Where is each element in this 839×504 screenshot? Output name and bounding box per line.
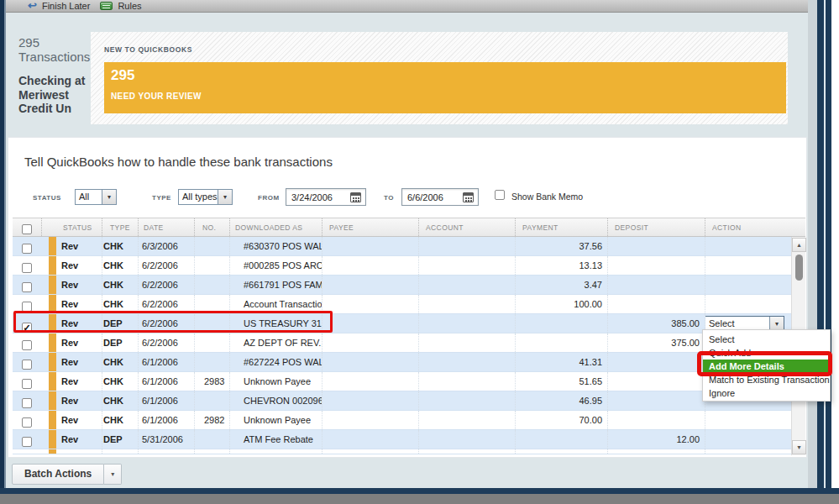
row-checkbox[interactable] (22, 263, 32, 273)
payment-cell: 3.47 (515, 276, 607, 294)
batch-actions-arrow-button[interactable]: ▾ (104, 464, 122, 485)
transactions-table: STATUS TYPE DATE NO. DOWNLOADED AS PAYEE… (13, 218, 805, 454)
account-cell[interactable] (418, 430, 515, 449)
scroll-down-icon[interactable]: ▼ (792, 440, 806, 454)
payee-cell[interactable] (322, 372, 418, 391)
table-row[interactable]: RevDEP5/31/2006ATM Fee Rebate12.00 (13, 430, 791, 449)
deposit-cell (607, 353, 705, 371)
row-checkbox[interactable] (22, 282, 32, 292)
payment-cell: 51.65 (515, 372, 607, 391)
select-all-checkbox[interactable] (22, 224, 32, 234)
downloaded-as-cell: #661791 POS FAMI... (229, 276, 322, 294)
no-cell (194, 295, 229, 313)
payee-cell[interactable] (322, 314, 418, 333)
menu-item[interactable]: Select (703, 333, 830, 346)
need-review-label: NEED YOUR REVIEW (111, 92, 202, 101)
account-cell[interactable] (418, 391, 515, 410)
payee-cell[interactable] (322, 256, 418, 275)
finish-later-button[interactable]: ↩ Finish Later (23, 0, 95, 13)
type-cell: DEP (102, 430, 138, 449)
row-checkbox[interactable] (22, 340, 32, 350)
show-bank-memo-checkbox[interactable] (495, 190, 505, 200)
account-cell[interactable] (418, 295, 515, 313)
to-date-field[interactable]: 6/6/2006 (401, 188, 479, 206)
account-cell[interactable] (418, 411, 515, 429)
table-row[interactable]: RevCHK6/1/2006#627224 POS WAL...41.31 (13, 353, 791, 372)
account-cell[interactable] (418, 333, 515, 352)
rules-button[interactable]: Rules (95, 0, 146, 13)
downloaded-as-cell: CHEVRON 002096... (229, 391, 322, 410)
table-row[interactable]: RevCHK6/2/2006#000285 POS ARC...13.13 (13, 256, 791, 276)
account-cell[interactable] (418, 353, 515, 371)
type-filter-select[interactable]: All types ▾ (178, 189, 233, 205)
col-account[interactable]: ACCOUNT (418, 218, 515, 236)
downloaded-as-cell: ATM Fee Rebate (229, 430, 322, 449)
need-review-card[interactable]: 295 NEED YOUR REVIEW (104, 62, 786, 113)
account-cell[interactable] (418, 237, 515, 255)
menu-item[interactable]: Quick Add (703, 346, 830, 360)
no-cell (194, 256, 229, 275)
row-checkbox[interactable] (22, 360, 32, 370)
menu-item[interactable]: Match to Existing Transaction (703, 373, 830, 386)
table-row[interactable]: RevCHK6/3/2006#630370 POS WAL...37.56 (13, 237, 791, 256)
batch-actions-button[interactable]: Batch Actions (12, 464, 104, 485)
back-arrow-icon: ↩ (28, 2, 37, 10)
payee-cell[interactable] (322, 237, 418, 255)
scroll-up-icon[interactable]: ▲ (792, 238, 806, 252)
account-cell[interactable] (418, 372, 515, 391)
col-status[interactable]: STATUS (41, 218, 102, 236)
col-action[interactable]: ACTION (705, 218, 791, 236)
from-date-label: FROM (258, 194, 280, 202)
status-filter-select[interactable]: All ▾ (75, 189, 117, 205)
row-checkbox[interactable] (22, 437, 32, 447)
row-checkbox[interactable] (22, 398, 32, 408)
calendar-icon[interactable] (350, 192, 361, 202)
downloaded-as-cell: #000285 POS ARC... (229, 256, 322, 275)
account-cell[interactable] (418, 256, 515, 275)
payee-cell[interactable] (322, 411, 418, 429)
payee-cell[interactable] (322, 391, 418, 410)
table-row[interactable]: RevCHK6/2/2006#661791 POS FAMI...3.47 (13, 276, 791, 295)
row-checkbox[interactable] (22, 244, 32, 254)
col-payee[interactable]: PAYEE (322, 218, 418, 236)
col-deposit[interactable]: DEPOSIT (607, 218, 705, 236)
table-row[interactable]: RevCHK6/1/2006CHEVRON 002096...46.95 (13, 391, 791, 411)
menu-item[interactable]: Add More Details (703, 360, 830, 373)
account-cell[interactable] (418, 276, 515, 294)
from-date-field[interactable]: 3/24/2006 (286, 188, 366, 206)
status-strip-icon (49, 391, 56, 410)
status-filter-label: STATUS (33, 194, 61, 202)
downloaded-as-cell: US TREASURY 31... (229, 314, 322, 333)
menu-item[interactable]: Ignore (703, 386, 830, 400)
col-date[interactable]: DATE (138, 218, 194, 236)
account-cell[interactable] (418, 314, 515, 333)
banner-section-label: NEW TO QUICKBOOKS (104, 45, 192, 54)
status-cell: Rev (61, 241, 78, 251)
payee-cell[interactable] (322, 276, 418, 294)
chevron-down-icon[interactable]: ▾ (102, 190, 116, 204)
table-row[interactable]: RevDEP6/2/2006AZ DEPT OF REV...375.00 (13, 333, 791, 353)
table-row[interactable]: ✓RevDEP6/2/2006US TREASURY 31...385.00Se… (13, 314, 791, 333)
col-no[interactable]: NO. (194, 218, 229, 236)
col-type[interactable]: TYPE (102, 218, 138, 236)
payee-cell[interactable] (322, 295, 418, 313)
chevron-down-icon[interactable]: ▾ (218, 190, 232, 204)
table-row[interactable]: RevCHK6/2/2006Account Transaction100.00 (13, 295, 791, 314)
payee-cell[interactable] (322, 333, 418, 352)
table-row[interactable]: RevCHK6/1/20062983Unknown Payee51.65 (13, 372, 791, 391)
row-checkbox[interactable] (22, 379, 32, 389)
col-payment[interactable]: PAYMENT (515, 218, 607, 236)
calendar-icon[interactable] (463, 192, 474, 202)
payee-cell[interactable] (322, 353, 418, 371)
col-downloaded-as[interactable]: DOWNLOADED AS (229, 218, 322, 236)
payee-cell[interactable] (322, 430, 418, 449)
bank-feeds-window: ↩ Finish Later Rules 295 Transactions Ch… (0, 0, 839, 504)
row-checkbox[interactable]: ✓ (22, 323, 32, 333)
type-cell: CHK (102, 411, 138, 429)
row-checkbox[interactable] (22, 302, 32, 312)
taskbar-strip (0, 494, 839, 504)
table-row[interactable]: RevCHK6/1/20062982Unknown Payee70.00 (13, 411, 791, 430)
row-checkbox[interactable] (22, 417, 32, 428)
scrollbar-thumb[interactable] (795, 255, 803, 281)
type-cell: CHK (102, 372, 138, 391)
